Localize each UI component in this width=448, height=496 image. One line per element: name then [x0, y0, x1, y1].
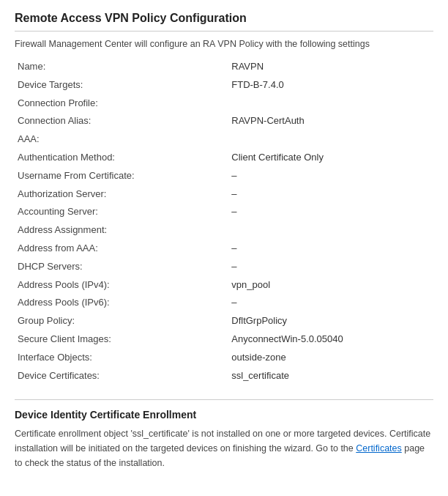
aaa-value: [228, 130, 433, 149]
connection-profile-value: [228, 95, 433, 113]
group-policy-row: Group Policy: DfltGrpPolicy: [15, 312, 433, 330]
secure-client-label: Secure Client Images:: [15, 330, 228, 349]
auth-server-value: –: [228, 185, 433, 204]
username-cert-row: Username From Certificate: –: [15, 167, 433, 185]
interface-objects-label: Interface Objects:: [15, 349, 228, 367]
address-assignment-label: Address Assignment:: [15, 221, 228, 240]
dhcp-servers-value: –: [228, 258, 433, 276]
address-assignment-value: [228, 221, 433, 240]
auth-server-row: Authorization Server: –: [15, 185, 433, 204]
enrollment-section: Device Identity Certificate Enrollment C…: [15, 409, 433, 470]
secure-client-row: Secure Client Images: AnyconnectWin-5.0.…: [15, 330, 433, 349]
dhcp-servers-label: DHCP Servers:: [15, 258, 228, 276]
auth-method-label: Authentication Method:: [15, 149, 228, 167]
name-value: RAVPN: [228, 58, 433, 76]
auth-method-row: Authentication Method: Client Certificat…: [15, 149, 433, 167]
connection-profile-label: Connection Profile:: [15, 95, 228, 113]
name-row: Name: RAVPN: [15, 58, 433, 76]
enrollment-description: Certificate enrollment object 'ssl_certi…: [15, 426, 433, 470]
address-from-aaa-value: –: [228, 240, 433, 258]
dhcp-servers-row: DHCP Servers: –: [15, 258, 433, 276]
enrollment-title: Device Identity Certificate Enrollment: [15, 409, 433, 421]
device-targets-label: Device Targets:: [15, 76, 228, 95]
device-targets-value: FTD-B-7.4.0: [228, 76, 433, 95]
address-pools-ipv4-value: vpn_pool: [228, 276, 433, 295]
device-certificates-value: ssl_certificate: [228, 367, 433, 385]
address-from-aaa-row: Address from AAA: –: [15, 240, 433, 258]
connection-alias-label: Connection Alias:: [15, 112, 228, 130]
device-targets-row: Device Targets: FTD-B-7.4.0: [15, 76, 433, 95]
address-from-aaa-label: Address from AAA:: [15, 240, 228, 258]
group-policy-label: Group Policy:: [15, 312, 228, 330]
address-pools-ipv4-row: Address Pools (IPv4): vpn_pool: [15, 276, 433, 295]
intro-text: Firewall Management Center will configur…: [15, 39, 433, 49]
page-title: Remote Access VPN Policy Configuration: [15, 12, 433, 32]
interface-objects-value: outside-zone: [228, 349, 433, 367]
secure-client-value: AnyconnectWin-5.0.05040: [228, 330, 433, 349]
interface-objects-row: Interface Objects: outside-zone: [15, 349, 433, 367]
username-cert-value: –: [228, 167, 433, 185]
connection-alias-value: RAVPN-CertAuth: [228, 112, 433, 130]
address-pools-ipv6-row: Address Pools (IPv6): –: [15, 294, 433, 312]
auth-method-value: Client Certificate Only: [228, 149, 433, 167]
aaa-row: AAA:: [15, 130, 433, 149]
connection-profile-row: Connection Profile:: [15, 95, 433, 113]
address-pools-ipv6-value: –: [228, 294, 433, 312]
username-cert-label: Username From Certificate:: [15, 167, 228, 185]
accounting-server-value: –: [228, 203, 433, 221]
device-certificates-label: Device Certificates:: [15, 367, 228, 385]
name-label: Name:: [15, 58, 228, 76]
address-assignment-row: Address Assignment:: [15, 221, 433, 240]
section-divider: [15, 399, 433, 400]
connection-alias-row: Connection Alias: RAVPN-CertAuth: [15, 112, 433, 130]
aaa-label: AAA:: [15, 130, 228, 149]
accounting-server-row: Accounting Server: –: [15, 203, 433, 221]
config-table: Name: RAVPN Device Targets: FTD-B-7.4.0 …: [15, 58, 433, 385]
address-pools-ipv6-label: Address Pools (IPv6):: [15, 294, 228, 312]
certificates-link[interactable]: Certificates: [356, 443, 402, 454]
device-certificates-row: Device Certificates: ssl_certificate: [15, 367, 433, 385]
group-policy-value: DfltGrpPolicy: [228, 312, 433, 330]
auth-server-label: Authorization Server:: [15, 185, 228, 204]
address-pools-ipv4-label: Address Pools (IPv4):: [15, 276, 228, 295]
accounting-server-label: Accounting Server:: [15, 203, 228, 221]
